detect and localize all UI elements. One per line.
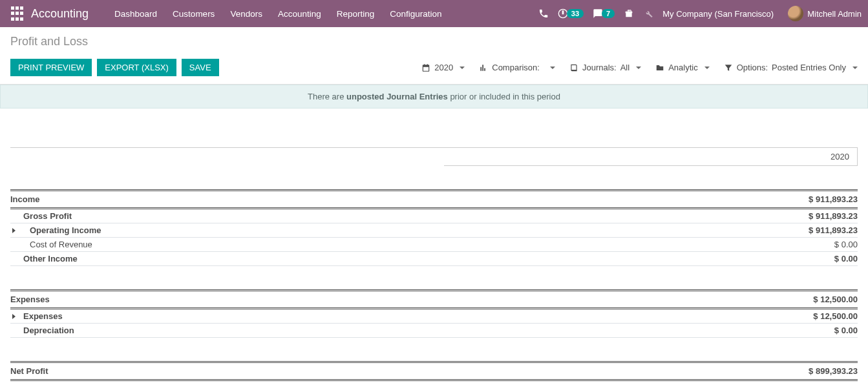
operating-income-label: Operating Income: [10, 225, 780, 235]
calendar-icon: [421, 63, 430, 72]
net-profit-value: $ 899,393.23: [780, 366, 858, 376]
expenses-value: $ 12,500.00: [780, 295, 858, 304]
messages-icon[interactable]: 7: [593, 8, 615, 19]
chevron-down-icon: [852, 67, 858, 69]
comparison-label: Comparison:: [492, 63, 540, 72]
gross-profit-row[interactable]: Gross Profit $ 911,893.23: [10, 209, 858, 223]
operating-income-value: $ 911,893.23: [780, 225, 858, 235]
options-filter[interactable]: Options: Posted Entries Only: [724, 63, 858, 72]
chart-icon: [479, 63, 488, 72]
other-income-value: $ 0.00: [780, 254, 858, 264]
column-header-row: 2020: [10, 147, 858, 166]
income-group: Income $ 911,893.23 Gross Profit $ 911,8…: [10, 189, 858, 266]
depreciation-row[interactable]: Depreciation $ 0.00: [10, 324, 858, 338]
gift-icon[interactable]: [624, 8, 634, 19]
income-total-row[interactable]: Income $ 911,893.23: [10, 189, 858, 207]
nav-dashboard[interactable]: Dashboard: [114, 9, 157, 19]
journals-value: All: [620, 63, 630, 72]
alert-pre: There are: [308, 92, 346, 101]
cost-of-revenue-label: Cost of Revenue: [10, 240, 780, 249]
user-name: Mitchell Admin: [807, 9, 862, 19]
net-profit-label: Net Profit: [10, 366, 780, 376]
debug-icon[interactable]: [643, 8, 653, 19]
chevron-down-icon: [704, 67, 710, 69]
expenses-label: Expenses: [10, 295, 780, 304]
activities-icon[interactable]: 33: [558, 8, 584, 19]
date-filter-label: 2020: [434, 63, 453, 72]
nav-links: Dashboard Customers Vendors Accounting R…: [114, 9, 442, 19]
unposted-alert[interactable]: There are unposted Journal Entries prior…: [0, 85, 868, 109]
folder-icon: [655, 63, 664, 72]
chevron-down-icon: [550, 67, 555, 69]
nav-reporting[interactable]: Reporting: [337, 9, 375, 19]
caret-right-icon[interactable]: [12, 228, 16, 233]
gross-profit-label: Gross Profit: [10, 211, 780, 221]
filter-bar: 2020 Comparison: Journals: All Analytic: [421, 63, 858, 72]
report-body: 2020 Income $ 911,893.23 Gross Profit $ …: [0, 109, 868, 383]
options-value: Posted Entries Only: [772, 63, 846, 72]
user-menu[interactable]: Mitchell Admin: [783, 6, 862, 21]
expenses-total-row[interactable]: Expenses $ 12,500.00: [10, 289, 858, 307]
expenses-sub-value: $ 12,500.00: [780, 311, 858, 321]
avatar: [788, 6, 803, 21]
income-label: Income: [10, 194, 780, 204]
chevron-down-icon: [636, 67, 641, 69]
systray: 33 7 My Company (San Francisco) Mitchell…: [538, 6, 862, 21]
apps-icon[interactable]: [9, 6, 25, 21]
income-value: $ 911,893.23: [780, 194, 858, 204]
nav-configuration[interactable]: Configuration: [390, 9, 441, 19]
net-profit-group: Net Profit $ 899,393.23: [10, 361, 858, 381]
print-preview-button[interactable]: PRINT PREVIEW: [10, 59, 92, 76]
expenses-sub-row[interactable]: Expenses $ 12,500.00: [10, 309, 858, 324]
alert-bold: unposted Journal Entries: [346, 92, 448, 101]
other-income-label: Other Income: [10, 254, 780, 264]
depreciation-value: $ 0.00: [780, 326, 858, 335]
app-brand[interactable]: Accounting: [31, 7, 89, 21]
analytic-label: Analytic: [668, 63, 698, 72]
depreciation-label: Depreciation: [10, 326, 780, 335]
funnel-icon: [724, 63, 733, 72]
nav-accounting[interactable]: Accounting: [278, 9, 321, 19]
journals-filter[interactable]: Journals: All: [569, 63, 641, 72]
company-switcher[interactable]: My Company (San Francisco): [662, 9, 774, 19]
book-icon: [569, 63, 578, 72]
options-label: Options:: [737, 63, 768, 72]
other-income-row[interactable]: Other Income $ 0.00: [10, 252, 858, 266]
caret-right-icon[interactable]: [12, 314, 16, 319]
cp-bottom: PRINT PREVIEW EXPORT (XLSX) SAVE 2020 Co…: [10, 59, 858, 76]
cost-of-revenue-row[interactable]: Cost of Revenue $ 0.00: [10, 238, 858, 252]
alert-post: prior or included in this period: [448, 92, 560, 101]
nav-customers[interactable]: Customers: [173, 9, 215, 19]
gross-profit-value: $ 911,893.23: [780, 211, 858, 221]
analytic-filter[interactable]: Analytic: [655, 63, 710, 72]
date-filter[interactable]: 2020: [421, 63, 465, 72]
expenses-group: Expenses $ 12,500.00 Expenses $ 12,500.0…: [10, 289, 858, 338]
operating-income-row[interactable]: Operating Income $ 911,893.23: [10, 223, 858, 238]
activities-badge: 33: [567, 9, 584, 18]
main-navbar: Accounting Dashboard Customers Vendors A…: [0, 0, 868, 27]
cost-of-revenue-value: $ 0.00: [780, 240, 858, 249]
phone-icon[interactable]: [538, 8, 549, 19]
save-button[interactable]: SAVE: [182, 59, 219, 76]
expenses-sub-label: Expenses: [10, 311, 780, 321]
chevron-down-icon: [460, 67, 465, 69]
journals-label: Journals:: [582, 63, 617, 72]
messages-badge: 7: [602, 9, 615, 18]
comparison-filter[interactable]: Comparison:: [479, 63, 555, 72]
breadcrumb: Profit and Loss: [10, 35, 858, 48]
nav-vendors[interactable]: Vendors: [230, 9, 262, 19]
control-panel: Profit and Loss PRINT PREVIEW EXPORT (XL…: [0, 27, 868, 85]
net-profit-row[interactable]: Net Profit $ 899,393.23: [10, 361, 858, 379]
column-header: 2020: [444, 147, 858, 166]
export-xlsx-button[interactable]: EXPORT (XLSX): [97, 59, 176, 76]
